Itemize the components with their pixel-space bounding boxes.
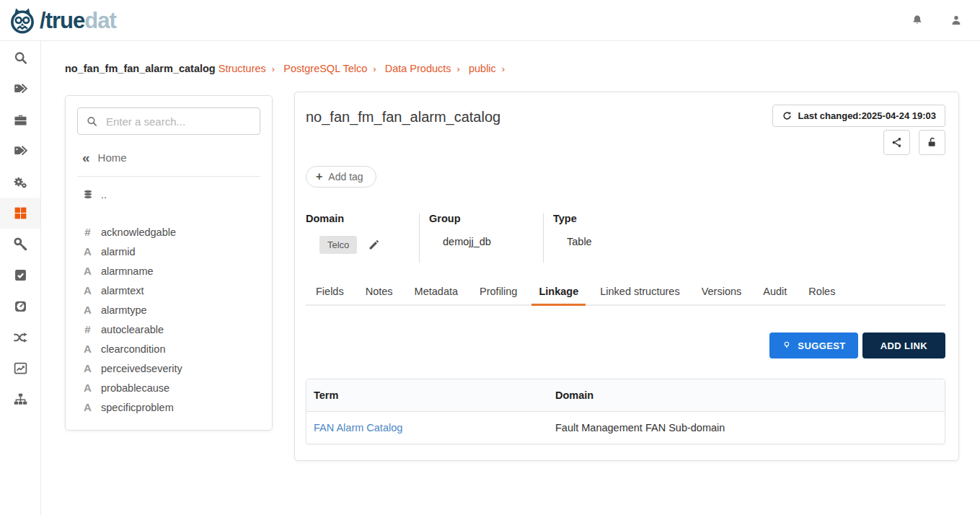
breadcrumb-item: Data Products›	[385, 63, 466, 74]
field-list-item[interactable]: A alarmtext	[66, 281, 272, 300]
detail-tabs: Fields Notes Metadata Profiling Linkage …	[306, 281, 945, 306]
suggest-label: SUGGEST	[798, 340, 845, 351]
field-name: probablecause	[101, 382, 169, 394]
domain-label: Domain	[306, 213, 419, 224]
rail-structures-grid-icon[interactable]	[0, 198, 40, 229]
double-chevron-left-icon: «	[82, 151, 90, 164]
rail-gears-icon[interactable]	[0, 167, 40, 198]
group-value: demojj_db	[429, 236, 543, 247]
field-list-item[interactable]: A alarmtype	[66, 300, 272, 320]
group-label: Group	[429, 213, 543, 224]
field-type-icon: A	[82, 304, 93, 316]
field-type-icon: #	[82, 323, 93, 335]
field-name: alarmtype	[101, 304, 147, 316]
field-name: alarmtext	[101, 285, 144, 296]
unlock-button[interactable]	[919, 130, 945, 155]
field-type-icon: #	[82, 226, 93, 238]
tab-item[interactable]: Roles	[801, 281, 842, 306]
domain-column-header: Domain	[548, 379, 601, 411]
breadcrumb-separator: ›	[272, 63, 275, 74]
brand-wordmark: /truedat	[40, 9, 116, 32]
owl-logo-icon	[7, 5, 37, 35]
field-list: # acknowledgable A alarmid A alarm	[66, 222, 272, 417]
last-changed-button[interactable]: Last changed:2025-04-24 19:03	[772, 105, 945, 127]
database-icon	[82, 189, 94, 201]
linked-terms-table: Term Domain FAN Alarm Catalog Fault Mana…	[306, 379, 945, 444]
field-list-item[interactable]: # autoclearable	[66, 320, 272, 339]
add-tag-label: Add tag	[328, 171, 363, 182]
search-input[interactable]	[105, 115, 252, 128]
field-type-icon: A	[82, 343, 93, 355]
breadcrumb-item: PostgreSQL Telco›	[283, 63, 381, 74]
term-domain-cell: Fault Management FAN Sub-domain	[548, 412, 732, 444]
breadcrumb-separator: ›	[502, 63, 505, 74]
breadcrumb-separator: ›	[457, 63, 460, 74]
add-link-button[interactable]: ADD LINK	[862, 333, 945, 358]
share-button[interactable]	[883, 130, 910, 155]
field-name: specificproblem	[101, 402, 174, 413]
breadcrumb-link[interactable]: Data Products	[385, 63, 451, 74]
field-list-item[interactable]: A alarmid	[66, 242, 272, 261]
rail-chart-line-icon[interactable]	[0, 353, 40, 384]
home-label: Home	[98, 151, 127, 164]
breadcrumb-link[interactable]: PostgreSQL Telco	[283, 63, 367, 74]
rail-check-square-icon[interactable]	[0, 260, 40, 291]
tab-item[interactable]: Linkage	[531, 281, 586, 306]
rail-tags-alt-icon[interactable]	[0, 136, 40, 167]
tab-item[interactable]: Versions	[694, 281, 749, 306]
term-link[interactable]: FAN Alarm Catalog	[314, 422, 402, 433]
domain-chip: Telco	[319, 236, 357, 254]
breadcrumb-link[interactable]: public	[469, 63, 496, 74]
rail-shuffle-icon[interactable]	[0, 322, 40, 353]
plus-icon: +	[316, 171, 322, 182]
rail-search-icon[interactable]	[0, 43, 40, 74]
tab-item[interactable]: Linked structures	[593, 281, 687, 306]
tab-item[interactable]: Metadata	[407, 281, 465, 306]
field-list-item[interactable]: A probablecause	[66, 378, 272, 397]
rail-key-icon[interactable]	[0, 229, 40, 260]
icon-rail	[0, 41, 41, 515]
top-bar: /truedat	[0, 0, 980, 41]
breadcrumb-current: no_fan_fm_fan_alarm_catalog	[65, 63, 216, 74]
rail-briefcase-icon[interactable]	[0, 105, 40, 136]
field-type-icon: A	[82, 245, 93, 258]
rail-sitemap-icon[interactable]	[0, 384, 40, 415]
truedat-logo[interactable]: /truedat	[7, 5, 116, 35]
parent-structure-label: ..	[101, 189, 107, 201]
field-name: alarmid	[101, 246, 136, 258]
notifications-bell-icon[interactable]	[911, 14, 924, 27]
rail-gauge-icon[interactable]	[0, 291, 40, 322]
field-list-item[interactable]: A clearcondition	[66, 339, 272, 358]
attributes-section: Domain Telco Group demojj_db	[306, 213, 945, 263]
type-value: Table	[553, 236, 658, 247]
field-list-item[interactable]: A specificproblem	[66, 397, 272, 417]
rail-tags-icon[interactable]	[0, 74, 40, 105]
structure-detail-card: no_fan_fm_fan_alarm_catalog Last changed…	[294, 92, 959, 461]
breadcrumb-link[interactable]: Structures	[218, 63, 266, 74]
tab-item[interactable]: Profiling	[472, 281, 524, 306]
breadcrumb-item: Structures›	[218, 63, 281, 74]
breadcrumb-separator: ›	[373, 63, 376, 74]
breadcrumb-item: public›	[469, 63, 511, 74]
truedat-app: /truedat	[0, 0, 980, 515]
edit-domain-pencil-icon[interactable]	[368, 239, 380, 251]
tab-item[interactable]: Notes	[358, 281, 400, 306]
suggest-button[interactable]: SUGGEST	[769, 333, 857, 358]
user-profile-icon[interactable]	[950, 14, 963, 27]
field-list-item[interactable]: A perceivedseverity	[66, 358, 272, 378]
add-link-label: ADD LINK	[880, 340, 927, 351]
table-header-row: Term Domain	[306, 379, 945, 412]
field-list-item[interactable]: # acknowledgable	[66, 222, 272, 242]
home-nav-item[interactable]: « Home	[66, 142, 272, 176]
lightbulb-icon	[782, 340, 792, 351]
breadcrumb: no_fan_fm_fan_alarm_catalog Structures› …	[65, 63, 959, 74]
structure-browser-panel: « Home .. #	[65, 95, 273, 431]
add-tag-button[interactable]: + Add tag	[306, 166, 376, 188]
field-list-item[interactable]: A alarmname	[66, 261, 272, 281]
field-name: acknowledgable	[101, 226, 176, 238]
parent-structure-item[interactable]: ..	[66, 177, 272, 222]
tab-item[interactable]: Fields	[309, 281, 351, 306]
tab-item[interactable]: Audit	[756, 281, 794, 306]
field-name: perceivedseverity	[101, 363, 182, 374]
field-name: clearcondition	[101, 343, 165, 355]
